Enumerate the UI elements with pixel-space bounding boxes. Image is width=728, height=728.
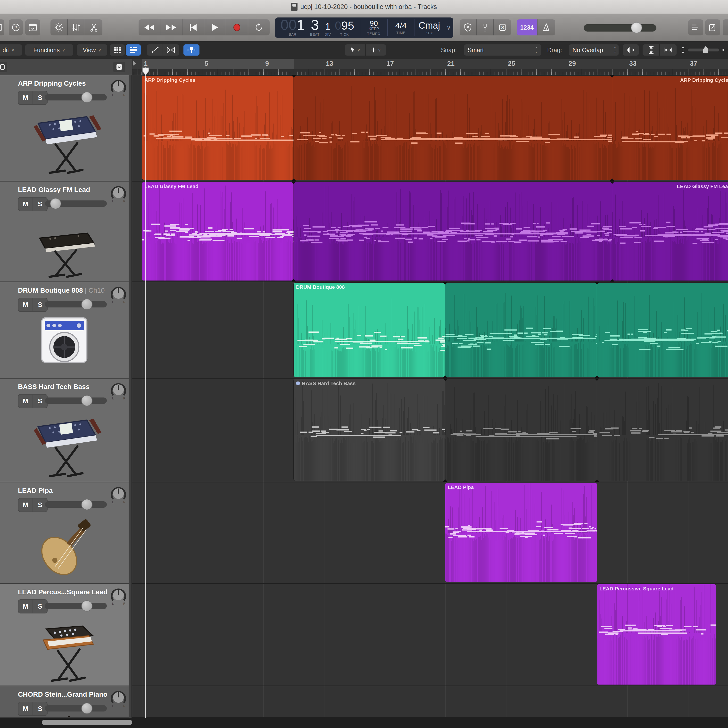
track-header-3[interactable]: DRUM Boutique 808 | Ch10MSLR	[0, 282, 128, 379]
editors-button[interactable]	[85, 20, 102, 35]
horizontal-scrollbar[interactable]	[42, 720, 132, 725]
play-button[interactable]	[204, 20, 226, 35]
smart-controls-button[interactable]	[50, 20, 67, 35]
metronome-button[interactable]	[537, 20, 555, 35]
mixer-button[interactable]	[67, 20, 85, 35]
track-volume-knob[interactable]	[81, 395, 92, 406]
midi-region[interactable]	[294, 182, 612, 280]
track-lane-3[interactable]: DRUM Boutique 808	[132, 282, 728, 379]
cycle-button[interactable]	[248, 20, 269, 35]
automation-button[interactable]	[147, 44, 162, 55]
zoom-slider-knob[interactable]	[703, 46, 708, 54]
lcd-beat[interactable]: 3 BEAT	[310, 18, 320, 37]
midi-region[interactable]	[294, 76, 612, 180]
pan-knob[interactable]: LR	[110, 587, 127, 605]
count-in-button[interactable]: 1234	[517, 20, 537, 35]
midi-region-lead-glassy-fm-lead[interactable]: LEAD Glassy FM Lead	[142, 182, 294, 280]
lcd-tempo[interactable]: 90 KEEP TEMPO	[360, 17, 387, 38]
track-header-options-button[interactable]	[113, 62, 125, 72]
track-volume-slider[interactable]	[45, 398, 107, 404]
track-lane-5[interactable]: LEAD Pipa	[132, 482, 728, 584]
edit-menu[interactable]: dit∨	[0, 44, 22, 55]
horizontal-zoom-button[interactable]	[659, 44, 676, 55]
track-volume-slider[interactable]	[45, 603, 107, 609]
mute-button[interactable]: M	[18, 395, 32, 408]
midi-region-drum-boutique-808[interactable]: DRUM Boutique 808	[294, 283, 445, 377]
drag-dropdown[interactable]: No Overlap ⌃⌄	[569, 44, 619, 55]
pan-knob[interactable]: LR	[110, 184, 127, 203]
forward-button[interactable]	[160, 20, 182, 35]
track-volume-knob[interactable]	[81, 299, 92, 310]
track-lane-1[interactable]: ARP Dripping CyclesARP Dripping Cycles	[132, 75, 728, 182]
track-lane-6[interactable]: LEAD Percussive Square Lead	[132, 584, 728, 686]
track-volume-knob[interactable]	[81, 92, 92, 103]
left-click-tool-menu[interactable]: ∨	[345, 44, 365, 55]
lcd-bar[interactable]: 001 BAR	[280, 18, 305, 37]
track-lane-7[interactable]	[132, 686, 728, 718]
overflow-button[interactable]	[723, 20, 728, 35]
midi-region-bass-hard-tech-bass[interactable]: BASS Hard Tech Bass	[294, 379, 445, 481]
master-volume-slider[interactable]	[584, 24, 656, 32]
pan-knob[interactable]: LR	[110, 689, 127, 708]
lcd-chevron-down-icon[interactable]: ∨	[444, 17, 453, 38]
record-button[interactable]	[226, 20, 248, 35]
midi-region[interactable]	[597, 283, 728, 377]
bar-ruler[interactable]: 15913172125293337	[132, 59, 728, 75]
track-header-4[interactable]: BASS Hard Tech Bass MSLR	[0, 379, 128, 482]
pan-knob[interactable]: LR	[110, 485, 127, 504]
midi-region-arp-dripping-cycles[interactable]: ARP Dripping Cycles	[142, 76, 294, 180]
mute-button[interactable]: M	[18, 600, 32, 613]
lcd-div[interactable]: 1 DIV	[324, 21, 331, 37]
track-volume-slider[interactable]	[45, 705, 107, 711]
midi-region-arp-dripping-cycles[interactable]: ARP Dripping Cycles	[612, 76, 728, 180]
track-header-6[interactable]: LEAD Percus...Square Lead MSLR	[0, 584, 128, 686]
mute-button[interactable]: M	[18, 702, 32, 716]
track-volume-knob[interactable]	[81, 703, 92, 714]
playhead[interactable]	[145, 67, 146, 718]
tracks-lane-area[interactable]: ARP Dripping CyclesARP Dripping CyclesLE…	[132, 75, 728, 718]
track-lane-2[interactable]: LEAD Glassy FM LeadLEAD Glassy FM Lead	[132, 182, 728, 282]
midi-region[interactable]	[597, 379, 728, 481]
track-view-button[interactable]	[126, 44, 141, 55]
flex-button[interactable]	[162, 44, 179, 55]
pan-knob[interactable]: LR	[110, 285, 127, 304]
solo-button[interactable]: S	[493, 20, 511, 35]
lcd-display[interactable]: 001 BAR 3 BEAT 1 DIV 095 TICK 90 KEEP TE…	[275, 17, 453, 38]
midi-region-lead-glassy-fm-lead[interactable]: LEAD Glassy FM Lead	[612, 182, 728, 280]
zoom-slider[interactable]	[688, 49, 719, 52]
waveform-zoom-button[interactable]	[623, 44, 639, 55]
playhead-marker[interactable]	[142, 67, 149, 76]
pan-knob[interactable]: LR	[110, 78, 127, 96]
lcd-tick[interactable]: 095 TICK	[335, 20, 354, 37]
library-button[interactable]	[0, 20, 5, 35]
track-volume-knob[interactable]	[81, 600, 92, 612]
track-lane-4[interactable]: BASS Hard Tech Bass	[132, 379, 728, 482]
lcd-key[interactable]: Cmaj KEY	[414, 17, 444, 38]
catch-playhead-button[interactable]	[184, 44, 199, 55]
master-shield-button[interactable]	[460, 20, 476, 35]
toolbar-toggle-button[interactable]	[25, 20, 40, 35]
rewind-button[interactable]	[139, 20, 160, 35]
track-volume-slider[interactable]	[45, 301, 107, 307]
pan-knob[interactable]: LR	[110, 381, 127, 400]
mute-button[interactable]: M	[18, 91, 32, 104]
mute-button[interactable]: M	[18, 197, 32, 211]
track-volume-knob[interactable]	[81, 499, 92, 510]
track-header-1[interactable]: ARP Dripping Cycles MSLR	[0, 75, 128, 182]
list-editors-button[interactable]	[688, 20, 703, 35]
track-header-7[interactable]: CHORD Stein...Grand Piano MSLR	[0, 686, 128, 718]
master-volume-knob[interactable]	[631, 22, 642, 33]
track-header-5[interactable]: LEAD Pipa MSLR	[0, 482, 128, 584]
midi-region-lead-pipa[interactable]: LEAD Pipa	[445, 483, 597, 582]
snap-dropdown[interactable]: Smart ⌃⌄	[464, 44, 541, 55]
midi-region-lead-percussive-square-lead[interactable]: LEAD Percussive Square Lead	[597, 584, 716, 685]
stop-button[interactable]	[182, 20, 204, 35]
grid-view-button[interactable]	[110, 44, 125, 55]
track-volume-slider[interactable]	[45, 502, 107, 508]
vertical-zoom-button[interactable]	[642, 44, 659, 55]
add-track-button[interactable]	[0, 62, 7, 72]
track-volume-slider[interactable]	[45, 200, 107, 207]
functions-menu[interactable]: Functions∨	[25, 44, 73, 55]
mute-button[interactable]: M	[18, 499, 32, 512]
note-pads-button[interactable]	[705, 20, 720, 35]
